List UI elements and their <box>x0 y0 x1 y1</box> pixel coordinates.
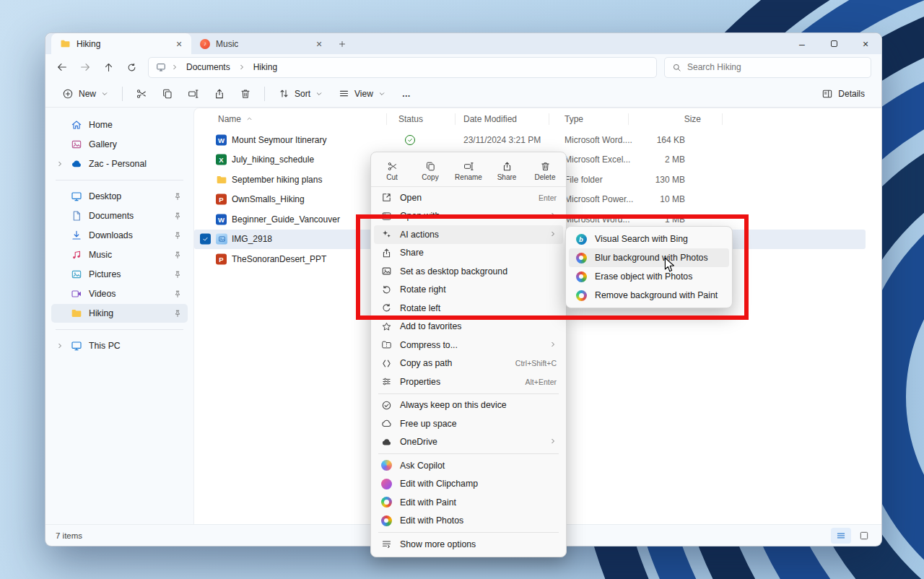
rename-button[interactable]: Rename <box>451 157 486 186</box>
breadcrumb[interactable]: Documents Hiking <box>148 57 657 78</box>
sidebar-item-gallery[interactable]: Gallery <box>51 135 188 154</box>
cut-button[interactable] <box>130 83 153 105</box>
checked-checkbox[interactable] <box>200 234 211 245</box>
sidebar-item-videos[interactable]: Videos <box>51 284 188 303</box>
back-button[interactable] <box>51 57 73 77</box>
download-icon <box>71 230 82 241</box>
new-button[interactable]: New <box>56 83 115 105</box>
menu-item-open[interactable]: Open Enter <box>374 188 563 207</box>
rename-icon <box>463 161 474 172</box>
up-button[interactable] <box>97 57 119 77</box>
sidebar-item-onedrive-personal[interactable]: Zac - Personal <box>51 154 188 173</box>
navigation-sidebar: Home Gallery Zac - Personal Desktop <box>45 108 193 524</box>
menu-item-edit-with-clipchamp[interactable]: Edit with Clipchamp <box>374 475 563 494</box>
list-view-icon <box>836 531 846 541</box>
sidebar-item-label: This PC <box>89 341 121 351</box>
share-button[interactable]: Share <box>489 157 524 186</box>
menu-item-properties[interactable]: Properties Alt+Enter <box>374 373 563 391</box>
search-box[interactable] <box>664 57 871 78</box>
mouse-cursor <box>664 257 676 274</box>
tab-strip: Hiking × ♪ Music × – × <box>45 33 881 54</box>
quick-actions-row: Cut Copy Rename Share Delete <box>371 155 566 187</box>
sidebar-item-pictures[interactable]: Pictures <box>51 265 188 284</box>
image-file-icon <box>216 234 227 245</box>
menu-item-compress-to[interactable]: Compress to... <box>374 336 563 354</box>
sidebar-item-desktop[interactable]: Desktop <box>51 187 188 206</box>
chevron-down-icon <box>378 90 385 97</box>
share-button[interactable] <box>208 83 231 105</box>
sidebar-item-home[interactable]: Home <box>51 116 188 134</box>
chevron-down-icon <box>315 90 323 97</box>
column-header-type[interactable]: Type <box>565 114 583 124</box>
star-icon <box>381 321 392 332</box>
delete-button[interactable] <box>234 83 257 105</box>
tab-close-icon[interactable]: × <box>313 38 326 50</box>
menu-item-always-keep-on-device[interactable]: Always keep on this device <box>374 396 563 415</box>
pin-icon <box>173 251 182 259</box>
menu-item-copy-as-path[interactable]: Copy as path Ctrl+Shift+C <box>374 354 563 373</box>
details-view-toggle[interactable] <box>831 528 851 544</box>
sidebar-item-label: Downloads <box>89 230 133 240</box>
cloud-outline-icon <box>381 418 392 429</box>
sidebar-separator <box>56 180 183 180</box>
new-tab-button[interactable] <box>331 33 353 54</box>
column-header-name[interactable]: Name <box>218 114 241 124</box>
details-pane-button[interactable]: Details <box>815 83 871 105</box>
gallery-icon <box>71 139 82 150</box>
breadcrumb-documents[interactable]: Documents <box>183 61 233 74</box>
column-header-status[interactable]: Status <box>391 114 431 124</box>
view-button[interactable]: View <box>332 83 392 105</box>
sidebar-item-music[interactable]: Music <box>51 245 188 264</box>
close-button[interactable]: × <box>850 33 881 54</box>
menu-item-edit-with-paint[interactable]: Edit with Paint <box>374 493 563 512</box>
tab-label: Music <box>216 39 238 49</box>
sidebar-separator <box>56 329 183 330</box>
breadcrumb-hiking[interactable]: Hiking <box>250 61 280 74</box>
search-input[interactable] <box>687 62 863 72</box>
menu-divider <box>378 453 559 454</box>
file-name: OwnSmalls_Hiking <box>232 194 305 204</box>
menu-item-onedrive[interactable]: OneDrive <box>374 433 563 452</box>
large-icons-view-toggle[interactable] <box>854 528 874 544</box>
column-header-size[interactable]: Size <box>658 114 701 124</box>
file-name: IMG_2918 <box>232 234 272 244</box>
menu-item-edit-with-photos[interactable]: Edit with Photos <box>374 512 563 531</box>
music-icon <box>71 249 82 261</box>
up-arrow-icon <box>103 62 114 73</box>
sidebar-item-this-pc[interactable]: This PC <box>51 336 188 355</box>
folder-icon <box>71 308 82 319</box>
tab-close-icon[interactable]: × <box>173 38 186 50</box>
menu-item-free-up-space[interactable]: Free up space <box>374 414 563 433</box>
column-header-date-modified[interactable]: Date Modified <box>463 114 517 124</box>
sort-button[interactable]: Sort <box>272 83 329 105</box>
powerpoint-file-icon: P <box>216 194 227 205</box>
sidebar-item-label: Hiking <box>89 308 113 318</box>
more-options-button[interactable]: … <box>395 83 418 105</box>
menu-item-add-to-favorites[interactable]: Add to favorites <box>374 318 563 336</box>
shortcut-label: Ctrl+Shift+C <box>515 359 557 367</box>
command-toolbar: New Sort View … De <box>45 80 881 108</box>
file-row[interactable]: W Mount Seymour Itinerary 23/11/2024 3:2… <box>194 130 866 150</box>
sidebar-item-label: Desktop <box>89 191 121 201</box>
file-name: TheSonoranDesert_PPT <box>232 254 326 264</box>
tab-hiking[interactable]: Hiking × <box>51 33 191 54</box>
delete-button[interactable]: Delete <box>528 157 562 186</box>
menu-item-ask-copilot[interactable]: Ask Copilot <box>374 456 563 475</box>
rename-button[interactable] <box>182 83 205 105</box>
folder-icon <box>60 38 71 49</box>
pin-icon <box>173 231 182 240</box>
minimize-button[interactable]: – <box>786 33 818 54</box>
menu-item-show-more-options[interactable]: Show more options <box>374 535 563 554</box>
sidebar-item-hiking[interactable]: Hiking <box>51 304 188 323</box>
sidebar-item-downloads[interactable]: Downloads <box>51 226 188 245</box>
refresh-button[interactable] <box>121 57 142 77</box>
tab-music[interactable]: ♪ Music × <box>191 33 331 54</box>
copy-button[interactable] <box>156 83 179 105</box>
copy-button[interactable]: Copy <box>413 157 448 186</box>
cut-button[interactable]: Cut <box>375 157 409 186</box>
file-name: Mount Seymour Itinerary <box>232 135 326 145</box>
forward-button[interactable] <box>74 57 96 77</box>
properties-icon <box>381 376 392 387</box>
sidebar-item-documents[interactable]: Documents <box>51 206 188 225</box>
maximize-button[interactable] <box>818 33 850 54</box>
